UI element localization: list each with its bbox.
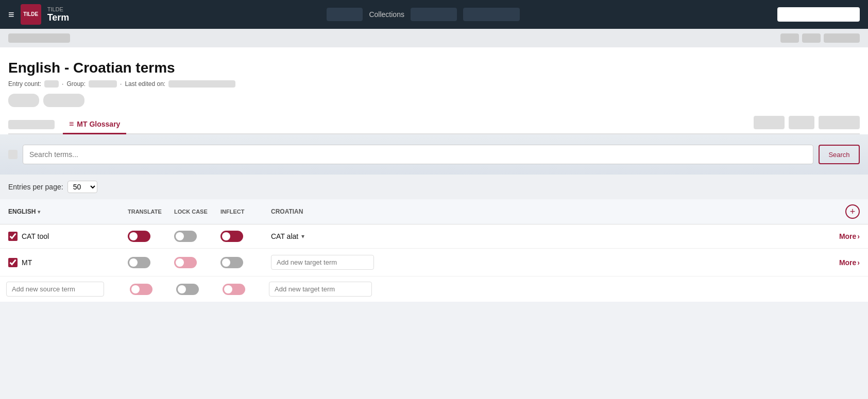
tag-row [8, 94, 860, 107]
search-button[interactable]: Search [819, 145, 860, 164]
table-row: MT [0, 249, 868, 276]
col-header-translate: TRANSLATE [124, 199, 170, 224]
new-inflect-toggle[interactable] [223, 284, 245, 295]
search-checkbox[interactable] [8, 150, 18, 159]
search-input[interactable] [23, 145, 813, 164]
nav-pill-2 [411, 8, 457, 21]
collections-link[interactable]: Collections [369, 10, 404, 19]
entry-count-value [44, 80, 59, 88]
last-edited-label: Last edited on: [125, 80, 165, 88]
table-row: CAT tool [0, 224, 868, 249]
tabs-right-actions [754, 116, 860, 129]
target-term-1: CAT alat [271, 232, 298, 240]
cell-english-2: MT [0, 249, 124, 276]
add-entry-button[interactable]: + [845, 204, 860, 219]
cell-croatian-1: CAT alat ▾ [263, 224, 827, 249]
add-source-term-input[interactable] [6, 282, 104, 297]
tab-mt-glossary[interactable]: ≡ MT Glossary [63, 115, 126, 134]
cell-translate-1 [124, 224, 170, 249]
entry-count-label: Entry count: [8, 80, 41, 88]
new-entry-row [0, 276, 868, 302]
nav-pill-3 [463, 8, 520, 21]
more-arrow-icon-1: › [857, 232, 860, 240]
new-lockcase-cell [170, 276, 216, 302]
tab-right-btn-1[interactable] [754, 116, 785, 129]
group-value [89, 80, 117, 88]
new-target-cell [263, 276, 827, 302]
cell-more-1: More › [827, 224, 868, 249]
top-navigation: ≡ TILDE TILDE Term Collections [0, 0, 868, 29]
row-checkbox-2[interactable] [8, 258, 18, 267]
col-header-english: ENGLISH ▾ [0, 199, 124, 224]
entries-per-page-row: Entries per page: 10 25 50 100 [0, 175, 868, 199]
cell-translate-2 [124, 249, 170, 276]
more-button-1[interactable]: More › [835, 232, 860, 240]
new-source-cell [0, 276, 124, 302]
col-header-croatian: CROATIAN [263, 199, 827, 224]
tab-placeholder [8, 120, 55, 129]
new-lockcase-toggle[interactable] [176, 284, 199, 295]
col-header-add: + [827, 199, 868, 224]
breadcrumb-action-2 [802, 33, 821, 43]
translate-toggle-2[interactable] [128, 257, 150, 268]
row-checkbox-1[interactable] [8, 232, 18, 241]
source-term-1: CAT tool [22, 232, 49, 240]
page-title: English - Croatian terms [8, 60, 860, 76]
sort-icon[interactable]: ▾ [38, 209, 40, 215]
new-translate-toggle[interactable] [130, 284, 152, 295]
cell-lockcase-1 [170, 224, 216, 249]
top-search-input[interactable] [777, 7, 860, 22]
entries-per-page-label: Entries per page: [8, 183, 63, 191]
cell-english-1: CAT tool [0, 224, 124, 249]
cell-inflect-1 [216, 224, 263, 249]
terms-table: ENGLISH ▾ TRANSLATE LOCK CASE INFLECT CR… [0, 199, 868, 302]
breadcrumb-actions [780, 33, 860, 43]
nav-right [777, 7, 860, 22]
main-content: English - Croatian terms Entry count: · … [0, 47, 868, 134]
col-header-inflect: INFLECT [216, 199, 263, 224]
more-button-2[interactable]: More › [835, 258, 860, 267]
tab-right-btn-3[interactable] [819, 116, 860, 129]
hamburger-menu-icon[interactable]: ≡ [8, 9, 14, 21]
inflect-toggle-2[interactable] [220, 257, 243, 268]
source-term-2: MT [22, 258, 32, 267]
cell-croatian-2 [263, 249, 827, 276]
inflect-toggle-1[interactable] [220, 231, 243, 242]
new-actions-cell [827, 276, 868, 302]
entries-per-page-select[interactable]: 10 25 50 100 [67, 181, 97, 193]
new-inflect-cell [216, 276, 263, 302]
search-area: Search [0, 134, 868, 175]
translate-toggle-1[interactable] [128, 231, 150, 242]
term-dropdown-icon-1[interactable]: ▾ [301, 233, 304, 240]
lockcase-toggle-2[interactable] [174, 257, 197, 268]
tab-label: MT Glossary [77, 120, 120, 128]
group-label: Group: [66, 80, 86, 88]
more-arrow-icon-2: › [857, 258, 860, 267]
new-translate-cell [124, 276, 170, 302]
tabs-row: ≡ MT Glossary [8, 115, 860, 134]
meta-row: Entry count: · Group: · Last edited on: [8, 80, 860, 88]
nav-pill-1 [327, 8, 363, 21]
add-target-term-2[interactable] [271, 255, 374, 270]
cell-more-2: More › [827, 249, 868, 276]
cell-inflect-2 [216, 249, 263, 276]
col-header-lockcase: LOCK CASE [170, 199, 216, 224]
tilde-logo: TILDE [21, 4, 41, 25]
breadcrumb-action-3 [824, 33, 860, 43]
nav-center: Collections [75, 8, 771, 21]
breadcrumb-action-1 [780, 33, 799, 43]
last-edited-value [168, 80, 235, 88]
breadcrumb-pill [8, 33, 70, 43]
lockcase-toggle-1[interactable] [174, 231, 197, 242]
cell-lockcase-2 [170, 249, 216, 276]
add-target-term-input[interactable] [269, 282, 372, 297]
brand-name: TILDE Term [47, 6, 70, 23]
tab-icon: ≡ [69, 119, 74, 129]
tag-1 [8, 94, 39, 107]
tab-right-btn-2[interactable] [789, 116, 814, 129]
breadcrumb-bar [0, 29, 868, 47]
tag-2 [43, 94, 84, 107]
